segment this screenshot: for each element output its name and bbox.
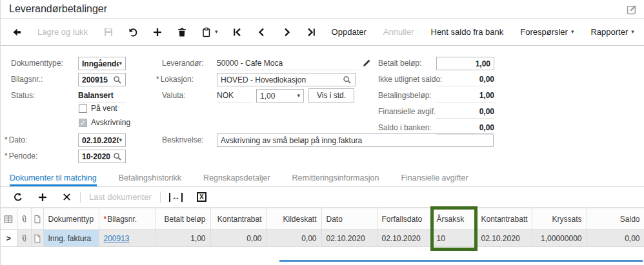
edit-icon[interactable] [627, 4, 638, 15]
tab-remittance-info[interactable]: Remitteringsinformasjon [292, 170, 379, 186]
caret-down-icon: ▾ [119, 137, 122, 143]
get-bank-balance-button[interactable]: Hent saldo fra bank [423, 19, 512, 45]
go-next-button[interactable] [274, 19, 299, 45]
delete-button[interactable] [170, 19, 194, 45]
paste-button[interactable]: ▾ [194, 19, 225, 45]
on-hold-label: På vent [91, 104, 117, 113]
toolbar-divider [80, 191, 81, 203]
toolbar-divider [160, 191, 161, 203]
update-button[interactable]: Oppdater [323, 19, 375, 45]
x-icon [62, 192, 72, 202]
column-header-cash-discount[interactable]: Kontantrabat [210, 208, 267, 230]
grid-add-row-button[interactable] [30, 187, 55, 207]
magnifier-icon[interactable] [113, 152, 122, 161]
column-header-paid-amount[interactable]: Betalt beløp [156, 208, 210, 230]
column-header-reason-code[interactable]: Årsaksk [432, 208, 476, 230]
grid-settings-icon[interactable] [1, 208, 17, 230]
column-header-due-date[interactable]: Forfallsdato [377, 208, 432, 230]
cell-cross-rate[interactable]: 1,00000000 [532, 230, 587, 247]
refresh-icon [13, 192, 23, 202]
row-selector-cell[interactable]: > [1, 230, 17, 247]
cell-paid-amount[interactable]: 1,00 [156, 230, 210, 247]
go-first-button[interactable] [225, 19, 250, 45]
column-header-cash-discount-date[interactable]: Kontantrabatt [476, 208, 532, 230]
horizontal-scrollbar-thumb[interactable] [279, 260, 643, 262]
cell-withholding-tax[interactable]: 0,00 [267, 230, 321, 247]
save-and-close-button[interactable]: Lagre og lukk [29, 19, 96, 45]
magnifier-icon[interactable] [113, 75, 122, 84]
save-button[interactable] [96, 19, 121, 45]
document-summary-form: Dokumenttype: Inngående kre ▾ Bilagsnr.:… [1, 46, 644, 170]
cell-cash-discount[interactable]: 0,00 [210, 230, 267, 247]
description-value: Avskrivning av små beløp på inng.faktura [221, 136, 490, 145]
doc-type-select[interactable]: Inngående kre ▾ [78, 57, 126, 70]
fit-to-screen-button[interactable]: ↔ [162, 187, 190, 207]
document-link[interactable]: 200913 [104, 234, 130, 243]
row-note-icon[interactable] [31, 230, 43, 247]
go-last-button[interactable] [299, 19, 323, 45]
first-record-icon [232, 27, 243, 37]
cell-date[interactable]: 02.10.2020 [321, 230, 377, 247]
on-hold-checkbox[interactable]: På vent [79, 104, 117, 113]
cell-balance[interactable]: 0,00 [587, 230, 644, 247]
period-input[interactable]: 10-2020 [78, 150, 126, 163]
tab-documents-to-apply[interactable]: Dokumenter til matching [10, 170, 97, 186]
ref-nbr-label: Bilagsnr.: [11, 73, 43, 86]
inquiries-label: Forespørsler [520, 27, 568, 37]
currency-code-value: NOK [217, 89, 253, 103]
tab-application-history[interactable]: Betalingshistorikk [119, 170, 181, 186]
vendor-label: Leverandør: [162, 57, 204, 70]
ref-nbr-input[interactable]: 200915 [78, 73, 126, 86]
finance-charges-label: Finansielle avgif...: [378, 105, 435, 119]
next-record-icon [281, 27, 292, 37]
load-documents-button[interactable]: Last dokumenter [82, 187, 159, 207]
doc-type-value: Inngående kre [82, 59, 119, 68]
cell-doc-type[interactable]: Inng. faktura [43, 230, 99, 247]
undo-button[interactable] [121, 19, 145, 45]
column-header-cross-rate[interactable]: Kryssats [532, 208, 587, 230]
cell-due-date[interactable]: 02.10.2020 [377, 230, 432, 247]
tab-financial-details[interactable]: Regnskapsdetaljer [203, 170, 270, 186]
date-label: *Dato: [5, 133, 27, 147]
currency-rate-select[interactable]: 1,00 ▾ [256, 89, 304, 103]
detail-tabs: Dokumenter til matching Betalingshistori… [1, 170, 644, 187]
caret-down-icon: ▾ [215, 29, 218, 35]
write-off-checkbox[interactable]: ✓ Avskrivning [79, 118, 130, 127]
cell-reason-code[interactable]: 10 [432, 230, 476, 247]
back-button[interactable] [5, 19, 29, 45]
cell-cash-discount-date[interactable]: 02.10.2020 [476, 230, 532, 247]
description-input[interactable]: Avskrivning av små beløp på inng.faktura [217, 133, 494, 147]
fit-width-icon: ↔ [169, 193, 183, 202]
location-label: *Lokasjon: [156, 73, 194, 86]
checkbox-unchecked-icon [79, 104, 87, 113]
tab-finance-charges[interactable]: Finansielle avgifter [401, 170, 468, 186]
cancel-button[interactable]: Annuller [375, 19, 423, 45]
grid-refresh-button[interactable] [6, 187, 30, 207]
column-header-ref-nbr[interactable]: *Bilagsnr. [99, 208, 156, 230]
view-in-base-button[interactable]: Vis i std. [308, 88, 354, 103]
cell-ref-nbr[interactable]: 200913 [99, 230, 156, 247]
column-header-doc-type[interactable]: Dokumenttyp [43, 208, 99, 230]
column-header-date[interactable]: Dato [321, 208, 377, 230]
table-row[interactable]: > Inng. faktura 200913 1,00 0,00 0,00 02… [1, 230, 644, 247]
date-input[interactable]: 02.10.2020 ▾ [78, 133, 126, 147]
payment-amount-value: 1,00 [436, 89, 494, 103]
row-attachment-icon[interactable] [17, 230, 31, 247]
reports-menu-button[interactable]: Rapporter ▾ [582, 19, 642, 45]
grid-delete-row-button[interactable] [55, 187, 79, 207]
last-record-icon [306, 27, 316, 37]
inquiries-menu-button[interactable]: Forespørsler ▾ [512, 19, 582, 45]
add-button[interactable] [145, 19, 170, 45]
paid-amount-input[interactable]: 1,00 [436, 57, 494, 70]
status-label: Status: [11, 89, 35, 103]
documents-grid: Dokumenttyp *Bilagsnr. Betalt beløp Kont… [1, 208, 644, 247]
column-header-withholding-tax[interactable]: Kildeskatt [267, 208, 321, 230]
unapplied-balance-label: Ikke utlignet saldo: [378, 73, 442, 86]
location-input[interactable]: HOVED - Hovedlokasjon [217, 73, 356, 86]
magnifier-icon[interactable] [343, 75, 352, 84]
currency-label: Valuta: [162, 89, 185, 103]
column-header-balance[interactable]: Saldo [587, 208, 644, 230]
export-to-excel-button[interactable]: X [190, 187, 214, 207]
go-previous-button[interactable] [250, 19, 274, 45]
pencil-edit-icon[interactable] [362, 58, 372, 68]
